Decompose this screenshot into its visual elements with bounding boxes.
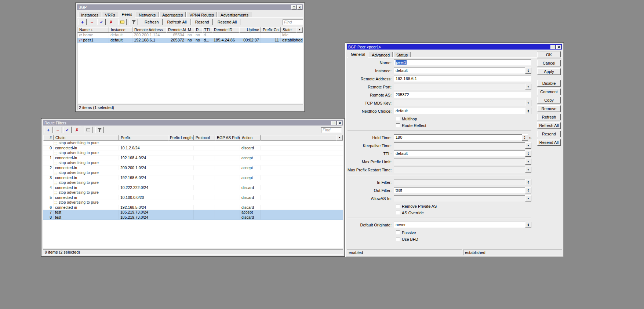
max-prefix-limit-dropdown[interactable]: ▼	[394, 159, 531, 165]
disable-button[interactable]: ✗	[73, 127, 81, 133]
tab-instances[interactable]: Instances	[78, 12, 101, 18]
route-filter-comment-row[interactable]: ;;; stop advertising to pure	[43, 160, 343, 166]
column-header-bgp-as-path[interactable]: BGP AS Path	[215, 135, 240, 141]
max-prefix-restart-time-dropdown[interactable]: ▼	[394, 167, 531, 173]
column-header-prefix-count[interactable]: Prefix Co...	[261, 27, 281, 33]
remote-as-input[interactable]: 205372	[394, 92, 531, 98]
restore-icon[interactable]: □	[331, 121, 336, 125]
route-filter-row-1[interactable]: 1 connected-in 192.168.4.0/24 accept	[43, 156, 343, 161]
out-filter-dropdown[interactable]: test ▲▼	[394, 187, 531, 193]
instance-dropdown[interactable]: default ▲▼	[394, 68, 531, 74]
route-filter-row-5[interactable]: 5 connected-in 10.100.0.0/20 discard	[43, 195, 343, 200]
chevron-updown-icon[interactable]: ▲▼	[522, 134, 528, 141]
route-filter-comment-row[interactable]: ;;; stop advertising to pure	[43, 190, 343, 195]
chevron-updown-icon[interactable]: ▲▼	[525, 187, 531, 193]
hold-time-dropdown[interactable]: 180 ▲▼	[394, 134, 528, 141]
multihop-checkbox[interactable]	[396, 117, 400, 121]
filter-button[interactable]	[130, 19, 138, 25]
column-header-chain[interactable]: Chain	[54, 135, 119, 141]
route-filter-row-8[interactable]: 8 test 185.219.73.0/24 discard	[43, 215, 343, 220]
allowas-in-dropdown[interactable]: ▼	[394, 195, 531, 201]
route-filters-titlebar[interactable]: Route Filters □ ×	[43, 120, 343, 126]
name-input[interactable]: peer1	[394, 59, 531, 66]
chevron-down-icon[interactable]: ▼	[525, 195, 531, 201]
nexthop-choice-dropdown[interactable]: default ▲▼	[394, 108, 531, 114]
route-filter-row-4[interactable]: 4 connected-in 10.222.222.0/24 discard	[43, 185, 343, 190]
resend-button[interactable]: Resend	[192, 19, 213, 25]
comment-button[interactable]	[118, 19, 127, 25]
close-icon[interactable]: ×	[556, 45, 561, 49]
copy-button[interactable]: Copy	[537, 97, 561, 103]
tab-peers[interactable]: Peers	[119, 11, 135, 18]
resend-all-button[interactable]: Resend All	[214, 19, 241, 25]
remove-button[interactable]: −	[88, 19, 96, 25]
restore-icon[interactable]: □	[291, 5, 296, 10]
column-header-name[interactable]: Name▲	[77, 27, 109, 33]
remove-button[interactable]: −	[54, 127, 62, 133]
chevron-updown-icon[interactable]: ▲▼	[525, 222, 531, 228]
bgp-titlebar[interactable]: BGP □ ×	[77, 4, 303, 10]
enable-button[interactable]: ✓	[97, 19, 106, 25]
column-header-remote-address[interactable]: Remote Address	[132, 27, 166, 33]
add-button[interactable]: +	[78, 19, 87, 25]
tab-general[interactable]: General	[348, 51, 368, 58]
close-icon[interactable]: ×	[297, 5, 302, 10]
as-override-checkbox[interactable]	[396, 211, 400, 215]
route-filter-comment-row[interactable]: ;;; stop advertising to pure	[43, 200, 343, 205]
column-header-prefix[interactable]: Prefix	[119, 135, 168, 141]
disable-button[interactable]: ✗	[107, 19, 115, 25]
tab-status[interactable]: Status	[393, 52, 411, 58]
column-header-r[interactable]: R...	[194, 27, 202, 33]
route-filter-row-0[interactable]: 0 connected-in 10.1.2.0/24 discard	[43, 146, 343, 151]
tcp-md5-key-dropdown[interactable]: ▼	[394, 100, 531, 106]
in-filter-dropdown[interactable]: ▲▼	[394, 179, 531, 185]
refresh-button[interactable]: Refresh	[537, 114, 561, 120]
remote-address-input[interactable]: 192.168.6.1	[394, 76, 531, 82]
comment-button[interactable]: Comment	[537, 88, 561, 95]
add-button[interactable]: +	[44, 127, 52, 133]
tab-vpn4-routes[interactable]: VPN4 Routes	[186, 12, 217, 18]
column-header-uptime[interactable]: Uptime	[239, 27, 261, 33]
column-header-prefix-length[interactable]: Prefix Length	[168, 135, 194, 141]
chevron-updown-icon[interactable]: ▲▼	[525, 179, 531, 185]
chevron-down-icon[interactable]: ▼	[525, 142, 531, 149]
restore-icon[interactable]: □	[550, 45, 556, 49]
refresh-all-button[interactable]: Refresh All	[164, 19, 190, 25]
keepalive-time-dropdown[interactable]: ▼	[394, 142, 531, 149]
remove-private-as-checkbox[interactable]	[396, 204, 400, 208]
find-input[interactable]	[321, 127, 342, 133]
column-header-instance[interactable]: Instance	[109, 27, 132, 33]
chevron-updown-icon[interactable]: ▲▼	[525, 108, 531, 114]
column-header-remote-as[interactable]: Remote AS	[166, 27, 186, 33]
bgp-peer-row-peer1[interactable]: ⇄peer1 default 192.168.6.1 205372 no no …	[77, 38, 303, 43]
use-bfd-checkbox[interactable]	[396, 237, 400, 241]
tab-vrfs[interactable]: VRFs	[102, 12, 118, 18]
chevron-down-icon[interactable]: ▼	[525, 167, 531, 173]
bgp-peer-titlebar[interactable]: BGP Peer <peer1> □ ×	[347, 44, 562, 50]
resend-button[interactable]: Resend	[537, 131, 561, 137]
passive-checkbox[interactable]	[396, 230, 400, 235]
comment-button[interactable]	[84, 127, 92, 133]
chevron-updown-icon[interactable]: ▲▼	[525, 68, 531, 74]
route-filter-comment-row[interactable]: ;;; stop advertising to pure	[43, 141, 343, 146]
bgp-peer-row-home[interactable]: ⇄home default 200.200.1.124 65504 no no …	[77, 33, 303, 38]
apply-button[interactable]: Apply	[537, 68, 561, 75]
route-filter-comment-row[interactable]: ;;; stop advertising to pure	[43, 170, 343, 175]
route-filter-row-3[interactable]: 3 connected-in 192.168.6.0/24 accept	[43, 175, 343, 181]
route-filter-row-6[interactable]: 6 connected-in 192.168.5.0/24 discard	[43, 205, 343, 210]
column-header-protocol[interactable]: Protocol	[194, 135, 215, 141]
cancel-button[interactable]: Cancel	[537, 60, 561, 66]
tab-aggregates[interactable]: Aggregates	[159, 12, 186, 18]
remote-port-dropdown[interactable]: ▼	[394, 84, 531, 90]
refresh-all-button[interactable]: Refresh All	[537, 122, 561, 129]
refresh-button[interactable]: Refresh	[141, 19, 163, 25]
route-reflect-checkbox[interactable]	[396, 123, 400, 127]
column-header-remote-id[interactable]: Remote ID	[212, 27, 239, 33]
find-input[interactable]	[283, 19, 303, 25]
chevron-down-icon[interactable]: ▼	[525, 84, 531, 90]
chevron-down-icon[interactable]: ▼	[525, 159, 531, 165]
enable-button[interactable]: ✓	[63, 127, 72, 133]
tab-networks[interactable]: Networks	[136, 12, 159, 18]
default-originate-dropdown[interactable]: never ▲▼	[394, 222, 531, 228]
column-header-action[interactable]: Action	[240, 135, 261, 141]
